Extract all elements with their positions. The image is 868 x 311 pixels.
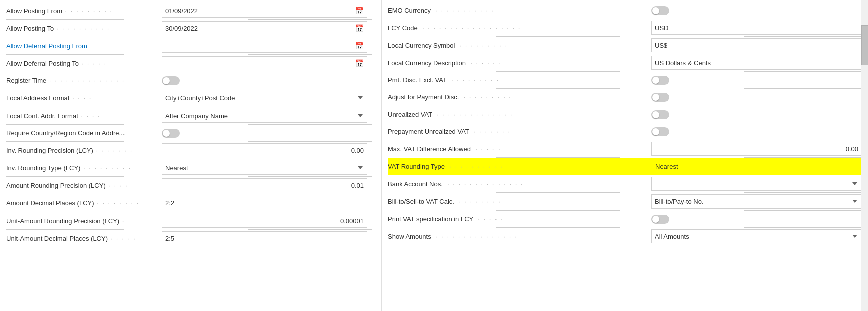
show-amounts-label: Show Amounts · · · · · · · · · · · · · ·…: [388, 233, 538, 240]
max-vat-difference-control: [651, 142, 862, 156]
allow-posting-from-row: Allow Posting From · · · · · · · · · 📅: [6, 2, 375, 20]
require-country-region-toggle-container: [162, 129, 367, 138]
calendar-icon-deferral-from[interactable]: 📅: [352, 42, 367, 50]
prepayment-unrealized-vat-toggle[interactable]: [651, 127, 669, 136]
unit-amount-rounding-precision-input[interactable]: [162, 214, 367, 228]
max-vat-difference-row: Max. VAT Difference Allowed · · · · ·: [388, 140, 862, 158]
allow-deferral-posting-from-input-wrap: 📅: [162, 39, 367, 53]
print-vat-specification-control: [651, 215, 862, 224]
prepayment-unrealized-vat-label: Prepayment Unrealized VAT · · · · · · ·: [388, 128, 538, 135]
pmt-disc-excl-vat-toggle-container: [651, 76, 862, 85]
print-vat-specification-label: Print VAT specification in LCY · · · · ·: [388, 215, 538, 223]
amount-decimal-places-input[interactable]: [162, 196, 367, 210]
allow-deferral-posting-from-link[interactable]: Allow Deferral Posting From: [6, 42, 87, 50]
lcy-code-input[interactable]: [651, 21, 862, 35]
print-vat-specification-toggle[interactable]: [651, 215, 669, 224]
unit-amount-decimal-places-control: [162, 231, 367, 245]
bill-to-sell-to-vat-calc-label: Bill-to/Sell-to VAT Calc. · · · · · · · …: [388, 198, 538, 205]
emo-currency-row: EMO Currency · · · · · · · · · · ·: [388, 2, 862, 19]
show-amounts-row: Show Amounts · · · · · · · · · · · · · ·…: [388, 228, 862, 245]
allow-posting-from-input[interactable]: [162, 6, 352, 16]
print-vat-specification-toggle-container: [651, 215, 862, 224]
lcy-code-label: LCY Code · · · · · · · · · · · · · · · ·…: [388, 24, 538, 32]
register-time-toggle[interactable]: [162, 76, 180, 85]
adjust-payment-disc-toggle[interactable]: [651, 93, 669, 102]
scrollbar[interactable]: [861, 0, 868, 311]
local-address-format-control: City+County+Post Code City+Post Code Pos…: [162, 91, 367, 105]
allow-deferral-posting-to-label: Allow Deferral Posting To · · · · ·: [6, 60, 162, 67]
require-country-region-control: [162, 129, 367, 138]
inv-rounding-precision-input[interactable]: [162, 143, 367, 157]
require-country-region-toggle[interactable]: [162, 129, 180, 138]
vat-rounding-type-select[interactable]: Nearest Up Down: [651, 159, 862, 173]
bill-to-sell-to-vat-calc-control: Bill-to/Pay-to No. Sell-to/Buy-from No.: [651, 194, 862, 209]
amount-decimal-places-row: Amount Decimal Places (LCY) · · · · · · …: [6, 194, 375, 212]
local-currency-symbol-label: Local Currency Symbol · · · · · · · · ·: [388, 42, 538, 49]
bank-account-nos-control: [651, 177, 862, 191]
pmt-disc-excl-vat-toggle[interactable]: [651, 76, 669, 85]
left-panel: Allow Posting From · · · · · · · · · 📅 A…: [0, 0, 382, 311]
register-time-label: Register Time · · · · · · · · · · · · · …: [6, 77, 162, 84]
prepayment-unrealized-vat-control: [651, 127, 862, 136]
amount-rounding-precision-input[interactable]: [162, 178, 367, 192]
allow-posting-to-input[interactable]: [162, 23, 352, 34]
vat-rounding-type-control: Nearest Up Down: [651, 159, 862, 173]
lcy-code-row: LCY Code · · · · · · · · · · · · · · · ·…: [388, 19, 862, 37]
max-vat-difference-input[interactable]: [651, 142, 862, 156]
require-country-region-label: Require Country/Region Code in Addre...: [6, 129, 162, 137]
inv-rounding-precision-control: [162, 143, 367, 157]
local-address-format-select[interactable]: City+County+Post Code City+Post Code Pos…: [162, 91, 367, 105]
inv-rounding-type-label: Inv. Rounding Type (LCY) · · · · · · · ·…: [6, 164, 162, 172]
allow-deferral-posting-from-input[interactable]: [162, 41, 352, 51]
unit-amount-decimal-places-input[interactable]: [162, 231, 367, 245]
print-vat-specification-toggle-knob: [652, 216, 659, 223]
right-panel: EMO Currency · · · · · · · · · · · LCY C…: [382, 0, 868, 311]
amount-decimal-places-label: Amount Decimal Places (LCY) · · · · · · …: [6, 199, 162, 207]
calendar-icon-deferral-to[interactable]: 📅: [352, 59, 367, 67]
allow-posting-from-label: Allow Posting From · · · · · · · · ·: [6, 7, 162, 15]
unit-amount-decimal-places-label: Unit-Amount Decimal Places (LCY) · · · ·…: [6, 235, 162, 242]
local-currency-symbol-input[interactable]: [651, 38, 862, 52]
print-vat-specification-row: Print VAT specification in LCY · · · · ·: [388, 211, 862, 228]
prepayment-unrealized-vat-toggle-container: [651, 127, 862, 136]
local-cont-addr-format-label: Local Cont. Addr. Format · · · ·: [6, 112, 162, 120]
unit-amount-rounding-precision-control: [162, 214, 367, 228]
bill-to-sell-to-vat-calc-select[interactable]: Bill-to/Pay-to No. Sell-to/Buy-from No.: [651, 194, 862, 209]
allow-posting-to-label: Allow Posting To · · · · · · · · · ·: [6, 25, 162, 32]
unrealized-vat-toggle[interactable]: [651, 110, 669, 119]
local-cont-addr-format-row: Local Cont. Addr. Format · · · · After C…: [6, 107, 375, 125]
inv-rounding-precision-row: Inv. Rounding Precision (LCY) · · · · · …: [6, 142, 375, 159]
amount-rounding-precision-control: [162, 178, 367, 192]
bill-to-sell-to-vat-calc-row: Bill-to/Sell-to VAT Calc. · · · · · · · …: [388, 193, 862, 211]
calendar-icon-allow-posting-from[interactable]: 📅: [352, 7, 367, 15]
inv-rounding-type-select[interactable]: Nearest Up Down: [162, 161, 367, 175]
unrealized-vat-row: Unrealized VAT · · · · · · · · · · · · ·…: [388, 106, 862, 123]
adjust-payment-disc-label: Adjust for Payment Disc. · · · · · · · ·…: [388, 93, 538, 101]
bank-account-nos-label: Bank Account Nos. · · · · · · · · · · · …: [388, 180, 538, 188]
emo-currency-control: [651, 6, 862, 15]
unit-amount-rounding-precision-label: Unit-Amount Rounding Precision (LCY) ·: [6, 217, 162, 225]
scrollbar-thumb[interactable]: [861, 25, 868, 65]
emo-currency-toggle-knob: [652, 7, 659, 14]
local-cont-addr-format-select[interactable]: After Company Name First Last: [162, 109, 367, 123]
pmt-disc-excl-vat-label: Pmt. Disc. Excl. VAT · · · · · · · · ·: [388, 76, 538, 84]
unit-amount-decimal-places-row: Unit-Amount Decimal Places (LCY) · · · ·…: [6, 230, 375, 247]
emo-currency-toggle[interactable]: [651, 6, 669, 15]
pmt-disc-excl-vat-toggle-knob: [652, 77, 659, 84]
amount-rounding-precision-row: Amount Rounding Precision (LCY) · · · ·: [6, 177, 375, 194]
allow-deferral-posting-to-input[interactable]: [162, 58, 352, 69]
calendar-icon-allow-posting-to[interactable]: 📅: [352, 24, 367, 32]
adjust-payment-disc-row: Adjust for Payment Disc. · · · · · · · ·…: [388, 89, 862, 106]
amount-rounding-precision-label: Amount Rounding Precision (LCY) · · · ·: [6, 182, 162, 189]
local-currency-description-input[interactable]: [651, 56, 862, 70]
allow-posting-from-control: 📅: [162, 4, 367, 18]
show-amounts-control: All Amounts Amount Only Debit/Credit Onl…: [651, 229, 862, 243]
allow-deferral-posting-from-control: 📅: [162, 39, 367, 53]
show-amounts-select[interactable]: All Amounts Amount Only Debit/Credit Onl…: [651, 229, 862, 243]
allow-posting-to-row: Allow Posting To · · · · · · · · · · 📅: [6, 20, 375, 37]
local-currency-description-row: Local Currency Description · · · · · ·: [388, 54, 862, 72]
bank-account-nos-select[interactable]: [651, 177, 862, 191]
register-time-toggle-knob: [163, 77, 170, 84]
adjust-payment-disc-toggle-container: [651, 93, 862, 102]
allow-deferral-posting-to-input-wrap: 📅: [162, 56, 367, 70]
